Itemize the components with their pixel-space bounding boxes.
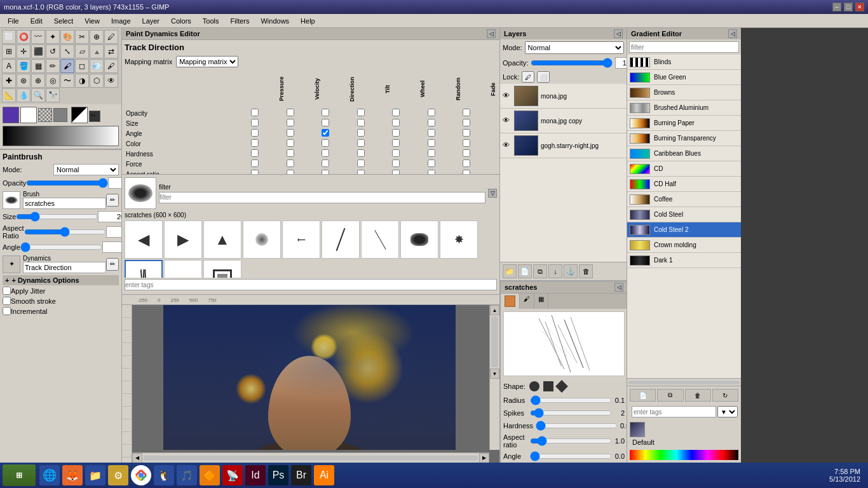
angle-direction[interactable] bbox=[322, 129, 329, 137]
tool-fuzzy-select[interactable]: ✦ bbox=[46, 30, 60, 44]
tool-scale[interactable]: ⤡ bbox=[60, 44, 74, 58]
tool-red-eye[interactable]: 👁 bbox=[104, 74, 118, 88]
pattern-swatch[interactable] bbox=[38, 108, 52, 122]
tool-free-select[interactable]: 〰 bbox=[31, 30, 45, 44]
aspect-fade[interactable] bbox=[463, 170, 470, 174]
opacity-slider[interactable] bbox=[26, 178, 108, 188]
close-button[interactable]: ✕ bbox=[855, 3, 864, 11]
layer-item-mona[interactable]: 👁 mona.jpg bbox=[500, 84, 627, 109]
hardness-fade[interactable] bbox=[463, 149, 470, 157]
angle-tilt[interactable] bbox=[357, 129, 365, 137]
tab-pattern[interactable]: ▦ bbox=[534, 294, 548, 309]
size-pressure[interactable] bbox=[251, 119, 259, 126]
gradient-item-browns[interactable]: Browns bbox=[627, 85, 741, 100]
tool-rotate[interactable]: ↺ bbox=[46, 44, 60, 58]
gradient-item-brushed-al[interactable]: Brushed Aluminium bbox=[627, 100, 741, 116]
gradient-collapse[interactable]: ◁ bbox=[728, 29, 737, 38]
tool-heal[interactable]: ✚ bbox=[2, 74, 16, 88]
shape-circle-button[interactable] bbox=[529, 381, 539, 391]
taskbar-folder-icon[interactable]: 📁 bbox=[85, 465, 105, 485]
tool-move[interactable]: ✛ bbox=[17, 44, 31, 58]
aspect-direction[interactable] bbox=[322, 170, 329, 174]
tab-paintbrush[interactable]: 🖌 bbox=[520, 294, 534, 309]
tool-rect-select[interactable]: ⬜ bbox=[2, 30, 16, 44]
brush-thumb-splatter[interactable]: · · · bbox=[164, 260, 202, 278]
tool-blur-sharpen[interactable]: ◎ bbox=[46, 74, 60, 88]
maximize-button[interactable]: □ bbox=[844, 3, 853, 11]
gradient-new-button[interactable]: 📄 bbox=[630, 389, 656, 402]
angle-param-slider[interactable] bbox=[530, 451, 612, 461]
gradient-filter-input[interactable] bbox=[629, 41, 739, 53]
gradient-item-dark[interactable]: Dark 1 bbox=[627, 253, 741, 268]
color-fade[interactable] bbox=[463, 139, 470, 147]
layers-opacity-slider[interactable] bbox=[531, 58, 613, 68]
lock-alpha-button[interactable]: ⬜ bbox=[537, 71, 550, 83]
hardness-velocity[interactable] bbox=[287, 149, 294, 157]
gradient-scroll-thumb[interactable] bbox=[628, 381, 740, 384]
angle-velocity[interactable] bbox=[287, 129, 294, 137]
new-layer-group-button[interactable]: 📁 bbox=[503, 264, 517, 278]
aspect-random[interactable] bbox=[428, 170, 435, 174]
menu-select[interactable]: Select bbox=[49, 16, 79, 26]
gradient-duplicate-button[interactable]: ⧉ bbox=[657, 389, 683, 402]
gradient-tags-select[interactable]: ▼ bbox=[717, 406, 738, 417]
aspect-ratio-param-slider[interactable] bbox=[530, 436, 612, 446]
brush-filter-input[interactable] bbox=[159, 192, 485, 203]
opacity-wheel[interactable] bbox=[392, 109, 400, 116]
color-direction[interactable] bbox=[322, 139, 329, 147]
brush-thumb-arrow-left[interactable]: ◀ bbox=[125, 220, 163, 259]
shape-square-button[interactable] bbox=[543, 381, 553, 391]
merge-down-button[interactable]: ↓ bbox=[548, 264, 562, 278]
mapping-select[interactable]: Mapping matrix bbox=[176, 56, 238, 67]
canvas-scroll-vertical[interactable]: ▲ ▼ bbox=[489, 305, 499, 450]
gradient-item-cold-steel[interactable]: Cold Steel bbox=[627, 207, 741, 222]
size-slider[interactable] bbox=[16, 212, 98, 222]
angle-slider[interactable] bbox=[20, 242, 102, 252]
size-tilt[interactable] bbox=[357, 119, 365, 126]
taskbar-blender-icon[interactable]: 🔶 bbox=[200, 465, 220, 485]
gradient-item-burning-paper[interactable]: Burning Paper bbox=[627, 116, 741, 131]
canvas-scroll-horizontal[interactable]: ◀ ▶ bbox=[132, 452, 489, 463]
opacity-direction[interactable] bbox=[322, 109, 329, 116]
tool-crop[interactable]: ⬛ bbox=[31, 44, 45, 58]
spikes-slider[interactable] bbox=[530, 408, 612, 418]
size-random[interactable] bbox=[428, 119, 435, 126]
opacity-random[interactable] bbox=[428, 109, 435, 116]
color-velocity[interactable] bbox=[287, 139, 294, 147]
color-pressure[interactable] bbox=[251, 139, 259, 147]
dynamics-options-header[interactable]: + + Dynamics Options bbox=[3, 275, 119, 285]
size-wheel[interactable] bbox=[392, 119, 400, 126]
apply-jitter-checkbox[interactable] bbox=[3, 287, 11, 295]
force-random[interactable] bbox=[428, 159, 435, 167]
taskbar-ie-icon[interactable]: 🌐 bbox=[39, 465, 60, 485]
opacity-pressure[interactable] bbox=[251, 109, 259, 116]
scroll-thumb-v[interactable] bbox=[491, 316, 498, 367]
tool-color-select[interactable]: 🎨 bbox=[60, 30, 74, 44]
gradient-item-crown[interactable]: Crown molding bbox=[627, 238, 741, 253]
tool-eraser[interactable]: ◻ bbox=[75, 59, 89, 73]
tool-color-picker[interactable]: 💧 bbox=[17, 88, 31, 102]
menu-layer[interactable]: Layer bbox=[137, 16, 165, 26]
brush-thumb-star[interactable]: ✸ bbox=[440, 220, 478, 259]
taskbar-chrome-icon[interactable] bbox=[131, 465, 151, 485]
taskbar-bridge-icon[interactable]: Br bbox=[291, 465, 311, 485]
menu-windows[interactable]: Windows bbox=[255, 16, 294, 26]
menu-colors[interactable]: Colors bbox=[166, 16, 196, 26]
layer-eye-mona[interactable]: 👁 bbox=[503, 92, 512, 100]
tool-ink[interactable]: 🖋 bbox=[104, 59, 118, 73]
gradient-delete-button[interactable]: 🗑 bbox=[685, 389, 711, 402]
gradient-item-blue-green[interactable]: Blue Green bbox=[627, 70, 741, 85]
gradient-item-cd[interactable]: CD bbox=[627, 161, 741, 177]
hardness-tilt[interactable] bbox=[357, 149, 365, 157]
aspect-ratio-value[interactable] bbox=[106, 226, 121, 238]
opacity-velocity[interactable] bbox=[287, 109, 294, 116]
aspect-velocity[interactable] bbox=[287, 170, 294, 174]
layer-eye-copy[interactable]: 👁 bbox=[503, 116, 512, 125]
foreground-color[interactable] bbox=[3, 107, 19, 123]
dynamics-collapse-button[interactable]: ◁ bbox=[487, 29, 496, 38]
force-pressure[interactable] bbox=[251, 159, 259, 167]
opacity-fade[interactable] bbox=[463, 109, 470, 116]
tool-align[interactable]: ⊞ bbox=[2, 44, 16, 58]
color-wheel[interactable] bbox=[392, 139, 400, 147]
layer-eye-gogh[interactable]: 👁 bbox=[503, 141, 512, 150]
